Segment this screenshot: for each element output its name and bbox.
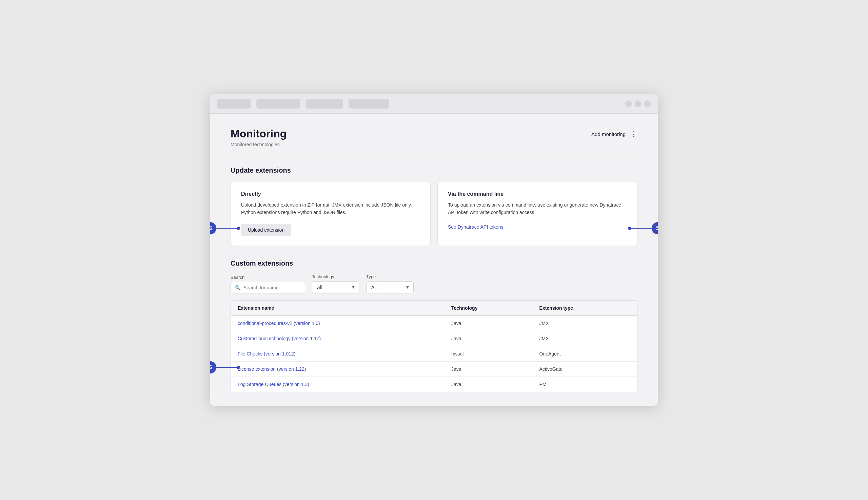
type-select-wrapper: All JMX OneAgent ActiveGate PMI ▼: [366, 281, 414, 293]
extension-type-cell: JMX: [533, 316, 637, 331]
header-actions: Add monitoring ⋮: [591, 130, 637, 138]
table-row: File Checks (version 1.012)mssqlOneAgent: [231, 346, 637, 361]
extensions-table: Extension name Technology Extension type…: [231, 300, 637, 392]
filters-row: Search 🔍 Technology All Java mssql ▼: [231, 274, 637, 293]
search-label: Search: [231, 275, 305, 280]
annotation-dot-right-top: [628, 227, 631, 230]
annotation-circle-right-top: S: [652, 222, 658, 235]
technology-cell: mssql: [444, 346, 533, 361]
table-row: conditional-procedures-v2 (version 1.0)J…: [231, 316, 637, 331]
extension-name-link[interactable]: CustomCloudTechnology (version 1.17): [238, 336, 321, 341]
extension-type-cell: JMX: [533, 331, 637, 346]
browser-btn-3[interactable]: [644, 100, 651, 107]
command-line-card-title: Via the command line: [448, 191, 627, 197]
command-line-card: Via the command line To upload an extens…: [437, 181, 637, 246]
extension-name-cell: CustomCloudTechnology (version 1.17): [231, 331, 444, 346]
search-input[interactable]: [243, 285, 301, 291]
extension-type-cell: ActiveGate: [533, 361, 637, 376]
browser-btn-2[interactable]: [635, 100, 641, 107]
annotation-marker-left-bottom: S: [210, 361, 240, 374]
technology-cell: Java: [444, 316, 533, 331]
extension-name-cell: Log Storage Queues (version 1.3): [231, 376, 444, 392]
technology-select[interactable]: All Java mssql: [312, 281, 359, 293]
technology-cell: Java: [444, 331, 533, 346]
update-extensions-title: Update extensions: [231, 167, 637, 174]
table-row: License extension (version 1.22)JavaActi…: [231, 361, 637, 376]
browser-tab-1[interactable]: [217, 99, 251, 109]
page-subtitle: Monitored technologies: [231, 142, 287, 147]
directly-card: Directly Upload developed extension in Z…: [231, 181, 431, 246]
directly-card-title: Directly: [241, 191, 420, 197]
annotation-marker-left-top: S: [210, 222, 240, 235]
browser-tab-3[interactable]: [306, 99, 343, 109]
extension-name-link[interactable]: Log Storage Queues (version 1.3): [238, 382, 309, 387]
annotation-marker-right-top: S: [628, 222, 658, 235]
extension-name-link[interactable]: conditional-procedures-v2 (version 1.0): [238, 320, 320, 326]
extension-name-link[interactable]: License extension (version 1.22): [238, 366, 306, 372]
col-extension-type: Extension type: [533, 300, 637, 316]
table-header-row: Extension name Technology Extension type: [231, 300, 637, 316]
technology-filter-group: Technology All Java mssql ▼: [312, 274, 359, 293]
upload-extension-button[interactable]: Upload extension: [241, 224, 291, 236]
page-title-group: Monitoring Monitored technologies: [231, 127, 287, 147]
browser-window: S S S Monitoring Monitored technologies …: [210, 94, 658, 405]
extension-type-cell: OneAgent: [533, 346, 637, 361]
extensions-table-container: Extension name Technology Extension type…: [231, 300, 637, 392]
type-select[interactable]: All JMX OneAgent ActiveGate PMI: [366, 281, 414, 293]
page-title: Monitoring: [231, 127, 287, 140]
browser-tab-4[interactable]: [349, 99, 389, 109]
search-icon: 🔍: [235, 285, 241, 291]
annotation-dot-left-bottom: [237, 366, 240, 369]
technology-select-wrapper: All Java mssql ▼: [312, 281, 359, 293]
page-header: Monitoring Monitored technologies Add mo…: [231, 127, 637, 147]
more-options-icon[interactable]: ⋮: [630, 130, 637, 138]
annotation-line-left-top: [216, 228, 237, 229]
command-line-card-description: To upload an extension via command line,…: [448, 201, 627, 216]
annotation-circle-left-top: S: [210, 222, 216, 235]
col-technology: Technology: [444, 300, 533, 316]
annotation-circle-left-bottom: S: [210, 361, 216, 374]
type-filter-group: Type All JMX OneAgent ActiveGate PMI ▼: [366, 274, 414, 293]
annotation-dot-left-top: [237, 227, 240, 230]
extension-name-cell: License extension (version 1.22): [231, 361, 444, 376]
table-row: CustomCloudTechnology (version 1.17)Java…: [231, 331, 637, 346]
table-row: Log Storage Queues (version 1.3)JavaPMI: [231, 376, 637, 392]
annotation-line-left-bottom: [216, 367, 237, 368]
add-monitoring-button[interactable]: Add monitoring: [591, 131, 626, 137]
api-tokens-link[interactable]: See Dynatrace API tokens: [448, 224, 503, 230]
extension-name-link[interactable]: File Checks (version 1.012): [238, 351, 295, 356]
col-extension-name: Extension name: [231, 300, 444, 316]
technology-cell: Java: [444, 361, 533, 376]
browser-btn-1[interactable]: [625, 100, 632, 107]
type-label: Type: [366, 274, 414, 279]
browser-toolbar: [210, 94, 658, 114]
extension-name-cell: File Checks (version 1.012): [231, 346, 444, 361]
technology-cell: Java: [444, 376, 533, 392]
browser-tab-2[interactable]: [256, 99, 300, 109]
header-divider: [231, 157, 637, 157]
custom-extensions-title: Custom extensions: [231, 260, 637, 267]
extension-name-cell: conditional-procedures-v2 (version 1.0): [231, 316, 444, 331]
technology-label: Technology: [312, 274, 359, 279]
search-filter-group: Search 🔍: [231, 275, 305, 293]
directly-card-description: Upload developed extension in ZIP format…: [241, 201, 420, 216]
upload-cards-row: Directly Upload developed extension in Z…: [231, 181, 637, 246]
page-content: S S S Monitoring Monitored technologies …: [210, 114, 658, 405]
annotation-line-right-top: [631, 228, 652, 229]
extension-type-cell: PMI: [533, 376, 637, 392]
search-input-wrapper: 🔍: [231, 282, 305, 293]
browser-controls: [625, 100, 651, 107]
